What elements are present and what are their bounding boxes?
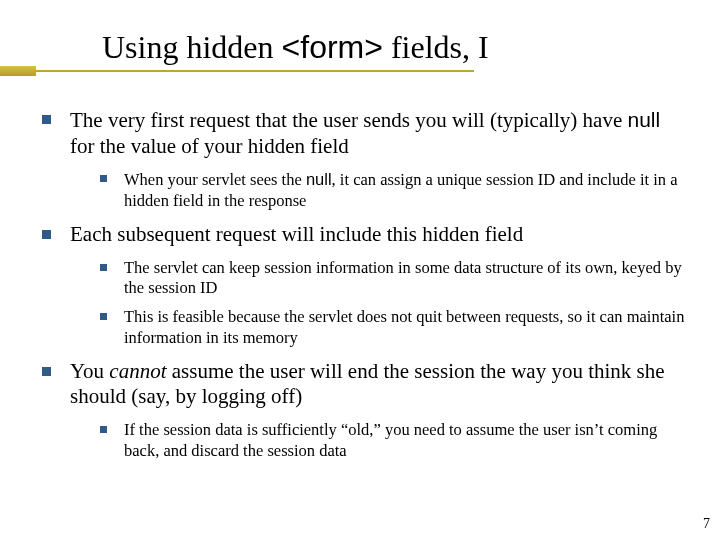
bullet-3-text-pre: You (70, 359, 109, 383)
bullet-3-italic: cannot (109, 359, 166, 383)
page-number: 7 (703, 516, 710, 532)
title-code: <form> (282, 29, 383, 65)
bullet-2-sub-1: The servlet can keep session information… (96, 258, 688, 300)
slide: Using hidden <form> fields, I The very f… (0, 0, 720, 540)
title-text-post: fields, I (383, 29, 489, 65)
bullet-1-text-post: for the value of your hidden field (70, 134, 349, 158)
bullet-3: You cannot assume the user will end the … (36, 359, 688, 462)
bullet-1-sub-1-code: null (306, 170, 332, 188)
bullet-1: The very first request that the user sen… (36, 107, 688, 212)
bullet-list: The very first request that the user sen… (36, 107, 688, 461)
bullet-1-sublist: When your servlet sees the null, it can … (96, 169, 688, 212)
bullet-1-text-pre: The very first request that the user sen… (70, 108, 628, 132)
bullet-1-code: null (628, 108, 661, 131)
accent-bar (0, 66, 36, 76)
title-text-pre: Using hidden (102, 29, 282, 65)
bullet-3-sub-1: If the session data is sufficiently “old… (96, 420, 688, 462)
bullet-2: Each subsequent request will include thi… (36, 222, 688, 349)
bullet-1-sub-1-pre: When your servlet sees the (124, 170, 306, 189)
accent-line (36, 70, 474, 72)
title-container: Using hidden <form> fields, I (102, 30, 688, 65)
slide-title: Using hidden <form> fields, I (102, 29, 489, 65)
bullet-2-sub-2: This is feasible because the servlet doe… (96, 307, 688, 349)
content: The very first request that the user sen… (32, 107, 688, 461)
bullet-1-sub-1: When your servlet sees the null, it can … (96, 169, 688, 212)
bullet-2-sublist: The servlet can keep session information… (96, 258, 688, 349)
bullet-3-sublist: If the session data is sufficiently “old… (96, 420, 688, 462)
bullet-2-text: Each subsequent request will include thi… (70, 222, 523, 246)
